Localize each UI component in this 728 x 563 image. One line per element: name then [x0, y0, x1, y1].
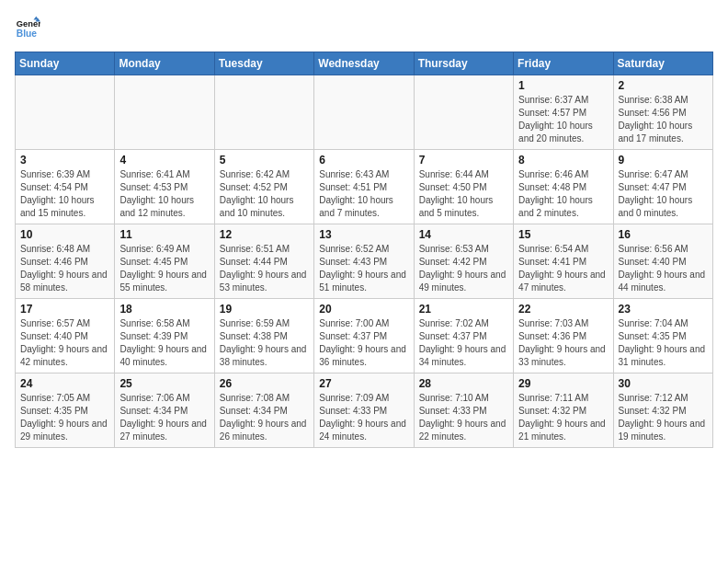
day-info: Sunrise: 6:38 AM Sunset: 4:56 PM Dayligh… [619, 94, 708, 145]
day-info: Sunrise: 6:54 AM Sunset: 4:41 PM Dayligh… [518, 243, 608, 294]
calendar-header: SundayMondayTuesdayWednesdayThursdayFrid… [16, 52, 713, 75]
day-info: Sunrise: 6:44 AM Sunset: 4:50 PM Dayligh… [419, 168, 508, 220]
day-info: Sunrise: 6:57 AM Sunset: 4:40 PM Dayligh… [20, 317, 109, 369]
header-row: SundayMondayTuesdayWednesdayThursdayFrid… [16, 52, 713, 75]
calendar-cell: 20Sunrise: 7:00 AM Sunset: 4:37 PM Dayli… [314, 299, 414, 373]
day-info: Sunrise: 6:43 AM Sunset: 4:51 PM Dayligh… [319, 168, 408, 220]
day-info: Sunrise: 7:02 AM Sunset: 4:37 PM Dayligh… [419, 317, 508, 369]
calendar-week-row: 1Sunrise: 6:37 AM Sunset: 4:57 PM Daylig… [16, 75, 713, 150]
day-number: 17 [20, 303, 109, 316]
calendar-cell: 25Sunrise: 7:06 AM Sunset: 4:34 PM Dayli… [115, 373, 214, 448]
calendar-table: SundayMondayTuesdayWednesdayThursdayFrid… [15, 52, 713, 448]
day-info: Sunrise: 7:03 AM Sunset: 4:36 PM Dayligh… [518, 317, 608, 369]
calendar-body: 1Sunrise: 6:37 AM Sunset: 4:57 PM Daylig… [16, 75, 713, 448]
day-number: 1 [518, 79, 608, 92]
calendar-cell: 15Sunrise: 6:54 AM Sunset: 4:41 PM Dayli… [514, 224, 613, 299]
day-number: 15 [518, 228, 608, 241]
day-number: 21 [419, 303, 508, 316]
day-info: Sunrise: 6:52 AM Sunset: 4:43 PM Dayligh… [319, 243, 408, 294]
day-number: 16 [619, 228, 708, 241]
day-info: Sunrise: 6:46 AM Sunset: 4:48 PM Dayligh… [518, 168, 608, 220]
calendar-cell: 5Sunrise: 6:42 AM Sunset: 4:52 PM Daylig… [214, 150, 313, 224]
day-info: Sunrise: 7:08 AM Sunset: 4:34 PM Dayligh… [220, 392, 309, 443]
calendar-cell: 21Sunrise: 7:02 AM Sunset: 4:37 PM Dayli… [414, 299, 513, 373]
day-number: 2 [619, 79, 708, 92]
weekday-header: Thursday [414, 52, 513, 75]
logo: General Blue [15, 15, 44, 40]
day-info: Sunrise: 7:06 AM Sunset: 4:34 PM Dayligh… [119, 392, 209, 443]
day-info: Sunrise: 6:49 AM Sunset: 4:45 PM Dayligh… [119, 243, 209, 294]
day-info: Sunrise: 6:53 AM Sunset: 4:42 PM Dayligh… [419, 243, 508, 294]
day-info: Sunrise: 7:09 AM Sunset: 4:33 PM Dayligh… [319, 392, 408, 443]
day-info: Sunrise: 6:51 AM Sunset: 4:44 PM Dayligh… [220, 243, 309, 294]
calendar-cell [214, 75, 313, 150]
day-number: 27 [319, 377, 408, 390]
calendar-cell: 8Sunrise: 6:46 AM Sunset: 4:48 PM Daylig… [514, 150, 613, 224]
calendar-cell: 16Sunrise: 6:56 AM Sunset: 4:40 PM Dayli… [613, 224, 712, 299]
day-info: Sunrise: 7:05 AM Sunset: 4:35 PM Dayligh… [20, 392, 109, 443]
day-info: Sunrise: 6:59 AM Sunset: 4:38 PM Dayligh… [220, 317, 309, 369]
calendar-cell: 10Sunrise: 6:48 AM Sunset: 4:46 PM Dayli… [16, 224, 115, 299]
calendar-cell: 18Sunrise: 6:58 AM Sunset: 4:39 PM Dayli… [115, 299, 214, 373]
calendar-cell: 28Sunrise: 7:10 AM Sunset: 4:33 PM Dayli… [414, 373, 513, 448]
day-info: Sunrise: 7:10 AM Sunset: 4:33 PM Dayligh… [419, 392, 508, 443]
calendar-week-row: 3Sunrise: 6:39 AM Sunset: 4:54 PM Daylig… [16, 150, 713, 224]
day-info: Sunrise: 6:58 AM Sunset: 4:39 PM Dayligh… [119, 317, 209, 369]
day-number: 23 [619, 303, 708, 316]
calendar-cell: 27Sunrise: 7:09 AM Sunset: 4:33 PM Dayli… [314, 373, 414, 448]
calendar-week-row: 17Sunrise: 6:57 AM Sunset: 4:40 PM Dayli… [16, 299, 713, 373]
calendar-week-row: 24Sunrise: 7:05 AM Sunset: 4:35 PM Dayli… [16, 373, 713, 448]
day-number: 12 [220, 228, 309, 241]
day-number: 10 [20, 228, 109, 241]
calendar-cell: 6Sunrise: 6:43 AM Sunset: 4:51 PM Daylig… [314, 150, 414, 224]
svg-text:Blue: Blue [17, 29, 38, 39]
calendar-cell: 12Sunrise: 6:51 AM Sunset: 4:44 PM Dayli… [214, 224, 313, 299]
day-number: 30 [619, 377, 708, 390]
calendar-cell: 17Sunrise: 6:57 AM Sunset: 4:40 PM Dayli… [16, 299, 115, 373]
day-number: 7 [419, 154, 508, 167]
calendar-cell: 22Sunrise: 7:03 AM Sunset: 4:36 PM Dayli… [514, 299, 613, 373]
day-number: 14 [419, 228, 508, 241]
calendar-week-row: 10Sunrise: 6:48 AM Sunset: 4:46 PM Dayli… [16, 224, 713, 299]
calendar-cell: 2Sunrise: 6:38 AM Sunset: 4:56 PM Daylig… [613, 75, 712, 150]
day-info: Sunrise: 6:56 AM Sunset: 4:40 PM Dayligh… [619, 243, 708, 294]
day-number: 28 [419, 377, 508, 390]
page-header: General Blue [15, 15, 713, 40]
weekday-header: Wednesday [314, 52, 414, 75]
calendar-cell: 19Sunrise: 6:59 AM Sunset: 4:38 PM Dayli… [214, 299, 313, 373]
calendar-cell: 7Sunrise: 6:44 AM Sunset: 4:50 PM Daylig… [414, 150, 513, 224]
day-number: 24 [20, 377, 109, 390]
day-info: Sunrise: 6:41 AM Sunset: 4:53 PM Dayligh… [119, 168, 209, 220]
logo-icon: General Blue [15, 15, 40, 40]
weekday-header: Tuesday [214, 52, 313, 75]
day-info: Sunrise: 6:47 AM Sunset: 4:47 PM Dayligh… [619, 168, 708, 220]
weekday-header: Sunday [16, 52, 115, 75]
day-number: 3 [20, 154, 109, 167]
calendar-cell [16, 75, 115, 150]
day-info: Sunrise: 6:37 AM Sunset: 4:57 PM Dayligh… [518, 94, 608, 145]
day-number: 13 [319, 228, 408, 241]
day-number: 18 [119, 303, 209, 316]
day-number: 20 [319, 303, 408, 316]
day-number: 9 [619, 154, 708, 167]
calendar-cell: 1Sunrise: 6:37 AM Sunset: 4:57 PM Daylig… [514, 75, 613, 150]
weekday-header: Monday [115, 52, 214, 75]
day-info: Sunrise: 7:12 AM Sunset: 4:32 PM Dayligh… [619, 392, 708, 443]
day-number: 19 [220, 303, 309, 316]
calendar-cell: 23Sunrise: 7:04 AM Sunset: 4:35 PM Dayli… [613, 299, 712, 373]
calendar-cell: 30Sunrise: 7:12 AM Sunset: 4:32 PM Dayli… [613, 373, 712, 448]
day-number: 6 [319, 154, 408, 167]
calendar-cell: 3Sunrise: 6:39 AM Sunset: 4:54 PM Daylig… [16, 150, 115, 224]
calendar-cell: 24Sunrise: 7:05 AM Sunset: 4:35 PM Dayli… [16, 373, 115, 448]
day-info: Sunrise: 6:48 AM Sunset: 4:46 PM Dayligh… [20, 243, 109, 294]
calendar-cell [115, 75, 214, 150]
calendar-cell: 13Sunrise: 6:52 AM Sunset: 4:43 PM Dayli… [314, 224, 414, 299]
calendar-cell: 26Sunrise: 7:08 AM Sunset: 4:34 PM Dayli… [214, 373, 313, 448]
weekday-header: Saturday [613, 52, 712, 75]
calendar-cell: 4Sunrise: 6:41 AM Sunset: 4:53 PM Daylig… [115, 150, 214, 224]
calendar-cell: 29Sunrise: 7:11 AM Sunset: 4:32 PM Dayli… [514, 373, 613, 448]
day-number: 29 [518, 377, 608, 390]
weekday-header: Friday [514, 52, 613, 75]
day-info: Sunrise: 7:11 AM Sunset: 4:32 PM Dayligh… [518, 392, 608, 443]
calendar-cell: 11Sunrise: 6:49 AM Sunset: 4:45 PM Dayli… [115, 224, 214, 299]
